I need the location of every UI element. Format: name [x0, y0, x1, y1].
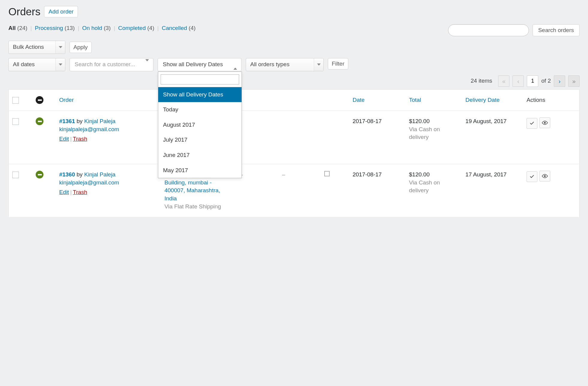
check-icon: [530, 175, 534, 178]
dropdown-option-june[interactable]: June 2017: [158, 148, 242, 163]
svg-point-1: [544, 175, 546, 177]
customer-link[interactable]: Kinjal Paleja: [84, 171, 116, 178]
trash-link[interactable]: Trash: [73, 189, 87, 195]
customer-search-combo[interactable]: Search for a customer...: [70, 58, 153, 71]
chevron-up-icon: [233, 60, 237, 69]
view-action-button[interactable]: [539, 117, 550, 128]
notes-dash: –: [282, 171, 285, 178]
complete-action-button[interactable]: [527, 171, 537, 182]
first-page-button[interactable]: «: [498, 75, 509, 87]
chevron-down-icon: [314, 58, 323, 71]
dropdown-search-wrap: [158, 72, 242, 87]
order-date: 2017-08-17: [349, 164, 405, 217]
chevron-down-icon: [145, 60, 149, 69]
dates-filter-select[interactable]: All dates: [8, 58, 65, 71]
table-row: ••• #1361 by Kinjal Paleja kinjalpaleja@…: [9, 111, 580, 164]
by-text: by: [75, 118, 84, 124]
search-orders-button[interactable]: Search orders: [533, 24, 580, 36]
note-icon: [324, 171, 330, 176]
filter-all[interactable]: All: [8, 25, 16, 31]
table-header-row: ••• Order Ship to Date Total Delivery Da…: [9, 89, 580, 111]
delivery-date-value: 17 August, 2017: [462, 164, 523, 217]
chevron-down-icon: [55, 41, 65, 54]
order-date: 2017-08-17: [349, 111, 405, 164]
payment-via: Via Cash on delivery: [409, 179, 440, 194]
trash-link[interactable]: Trash: [73, 136, 87, 142]
svg-point-0: [544, 122, 546, 124]
chevron-down-icon: [55, 58, 65, 71]
order-types-select[interactable]: All orders types: [246, 58, 324, 71]
bulk-actions-select[interactable]: Bulk Actions: [8, 41, 65, 54]
status-column-icon: •••: [36, 96, 43, 104]
orders-table: ••• Order Ship to Date Total Delivery Da…: [8, 89, 580, 218]
add-order-button[interactable]: Add order: [44, 6, 78, 17]
filter-cancelled-count: (4): [189, 25, 195, 31]
row-checkbox[interactable]: [12, 172, 19, 178]
edit-link[interactable]: Edit: [59, 189, 69, 195]
order-types-label: All orders types: [250, 60, 290, 69]
column-date[interactable]: Date: [349, 89, 405, 111]
payment-via: Via Cash on delivery: [409, 126, 440, 140]
dropdown-option-july[interactable]: July 2017: [158, 132, 242, 148]
delivery-date-value: 19 August, 2017: [462, 111, 523, 164]
apply-button[interactable]: Apply: [70, 42, 92, 53]
order-id-link[interactable]: #1361: [59, 118, 75, 124]
filter-processing-count: (13): [65, 25, 75, 31]
delivery-dates-dropdown: Show all Delivery Dates Today August 201…: [158, 72, 242, 178]
current-page-input[interactable]: [527, 75, 538, 87]
dropdown-option-today[interactable]: Today: [158, 102, 242, 117]
customer-email-link[interactable]: kinjalpaleja@gmail.com: [59, 126, 119, 132]
filter-onhold-count: (3): [104, 25, 111, 31]
last-page-button[interactable]: »: [568, 75, 580, 87]
order-id-link[interactable]: #1360: [59, 171, 75, 178]
filter-button[interactable]: Filter: [328, 58, 348, 69]
eye-icon: [542, 121, 548, 125]
complete-action-button[interactable]: [527, 118, 537, 129]
items-count: 24 items: [471, 77, 492, 85]
order-total: $120.00: [409, 171, 430, 178]
dropdown-option-august[interactable]: August 2017: [158, 117, 242, 133]
column-delivery-date[interactable]: Delivery Date: [462, 89, 523, 111]
page-title: Orders: [8, 4, 40, 19]
filter-completed[interactable]: Completed: [118, 25, 146, 31]
by-text: by: [75, 171, 84, 178]
next-page-button[interactable]: ›: [554, 75, 565, 87]
column-order[interactable]: Order: [55, 89, 161, 111]
customer-search-placeholder: Search for a customer...: [75, 60, 135, 69]
customer-link[interactable]: Kinjal Paleja: [84, 118, 116, 124]
column-total[interactable]: Total: [405, 89, 462, 111]
row-checkbox[interactable]: [12, 118, 19, 125]
dates-filter-label: All dates: [13, 60, 35, 69]
filter-onhold[interactable]: On hold: [82, 25, 102, 31]
check-icon: [530, 122, 534, 125]
filter-cancelled[interactable]: Cancelled: [162, 25, 187, 31]
filter-all-count: (24): [17, 25, 28, 31]
column-actions: Actions: [523, 89, 579, 111]
delivery-dates-combo[interactable]: Show all Delivery Dates Show all Deliver…: [158, 58, 242, 71]
eye-icon: [542, 174, 548, 178]
prev-page-button[interactable]: ‹: [512, 75, 524, 87]
edit-link[interactable]: Edit: [59, 136, 69, 142]
order-total: $120.00: [409, 118, 430, 124]
table-row: ••• #1360 by Kinjal Paleja kinjalpaleja@…: [9, 164, 580, 217]
dropdown-search-input[interactable]: [161, 74, 239, 84]
status-processing-icon: •••: [36, 117, 43, 125]
status-processing-icon: •••: [36, 171, 43, 178]
page-of-text: of 2: [541, 77, 551, 85]
bulk-actions-label: Bulk Actions: [13, 43, 44, 51]
dropdown-option-may[interactable]: May 2017: [158, 163, 242, 178]
dropdown-option-all[interactable]: Show all Delivery Dates: [158, 87, 242, 102]
delivery-dates-label: Show all Delivery Dates: [163, 60, 223, 69]
filter-completed-count: (4): [147, 25, 154, 31]
view-action-button[interactable]: [539, 171, 550, 181]
customer-email-link[interactable]: kinjalpaleja@gmail.com: [59, 179, 119, 186]
filter-processing[interactable]: Processing: [35, 25, 63, 31]
search-orders-input[interactable]: [448, 24, 529, 36]
status-filter-tabs: All (24) | Processing (13) | On hold (3)…: [8, 24, 196, 32]
ship-via: Via Flat Rate Shipping: [165, 203, 221, 210]
select-all-checkbox[interactable]: [12, 97, 19, 104]
